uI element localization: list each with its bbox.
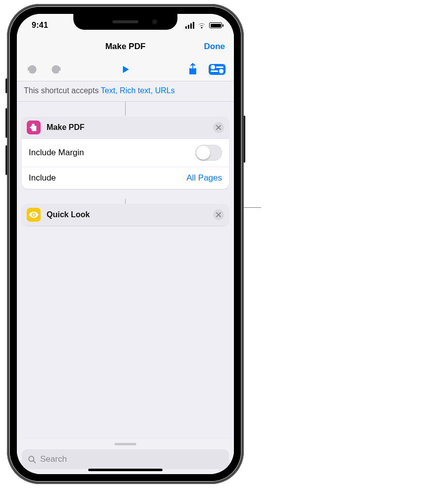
workflow-canvas[interactable]: Make PDF Include Margin: [17, 102, 234, 226]
include-label: Include: [29, 173, 56, 183]
redo-button[interactable]: [48, 61, 64, 78]
action-title: Quick Look: [47, 210, 207, 219]
action-make-pdf[interactable]: Make PDF Include Margin: [22, 117, 229, 189]
status-time: 9:41: [32, 21, 48, 30]
nav-bar: Make PDF Done: [17, 36, 234, 58]
remove-action-button[interactable]: [213, 209, 224, 220]
wifi-icon: [197, 22, 206, 29]
editor-toolbar: [17, 58, 234, 81]
include-margin-toggle[interactable]: [195, 145, 222, 161]
battery-icon: [209, 22, 222, 28]
include-margin-row: Include Margin: [22, 139, 229, 167]
svg-point-1: [29, 456, 34, 461]
undo-icon: [26, 63, 39, 76]
volume-up-button: [5, 108, 7, 138]
sheet-grabber[interactable]: [114, 443, 136, 445]
settings-button[interactable]: [207, 61, 227, 78]
close-icon: [216, 124, 222, 130]
toggles-icon: [209, 64, 225, 75]
accepts-prefix: This shortcut accepts: [24, 86, 101, 95]
accepts-types[interactable]: Text, Rich text, URLs: [101, 86, 174, 95]
share-icon: [187, 62, 199, 76]
silent-switch: [5, 78, 7, 93]
action-title: Make PDF: [47, 123, 207, 132]
remove-action-button[interactable]: [213, 122, 224, 133]
eye-icon: [27, 208, 41, 222]
accepts-bar[interactable]: This shortcut accepts Text, Rich text, U…: [17, 81, 234, 102]
search-icon: [28, 455, 36, 464]
iphone-frame: 9:41 Make PDF Done: [7, 4, 244, 484]
flow-connector: [125, 102, 126, 116]
include-pages-row[interactable]: Include All Pages: [22, 167, 229, 189]
done-button[interactable]: Done: [204, 36, 225, 58]
search-placeholder: Search: [40, 454, 67, 464]
cellular-icon: [185, 22, 194, 29]
home-indicator[interactable]: [88, 469, 163, 471]
search-field[interactable]: Search: [22, 449, 229, 469]
include-margin-label: Include Margin: [29, 148, 84, 158]
share-button[interactable]: [184, 61, 201, 78]
svg-line-2: [33, 461, 35, 463]
close-icon: [216, 212, 222, 218]
undo-button[interactable]: [24, 61, 41, 78]
notch: [73, 14, 177, 30]
power-button: [243, 116, 245, 163]
include-value[interactable]: All Pages: [186, 173, 222, 183]
play-icon: [120, 64, 131, 75]
volume-down-button: [5, 145, 7, 175]
run-button[interactable]: [117, 61, 134, 78]
action-quick-look[interactable]: Quick Look: [22, 204, 229, 226]
svg-point-0: [33, 214, 35, 216]
document-plus-icon: [27, 121, 41, 134]
redo-icon: [50, 63, 62, 76]
page-title: Make PDF: [17, 36, 234, 58]
